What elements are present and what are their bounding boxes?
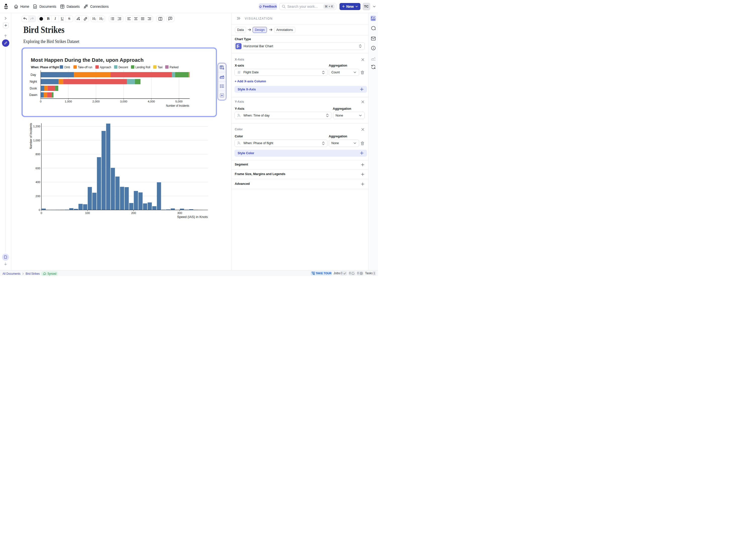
svg-text:When: Phase of flight: When: Phase of flight xyxy=(31,65,59,69)
svg-text:Approach: Approach xyxy=(100,65,111,69)
svg-text:Take-off run: Take-off run xyxy=(78,65,92,69)
svg-text:3,000: 3,000 xyxy=(120,100,127,103)
svg-text:100: 100 xyxy=(85,212,90,215)
svg-text:Taxi: Taxi xyxy=(157,65,163,69)
svg-text:400: 400 xyxy=(35,180,40,183)
svg-text:Night: Night xyxy=(29,80,37,84)
svg-text:Descent: Descent xyxy=(118,65,128,69)
svg-text:Number of Incidents: Number of Incidents xyxy=(166,104,189,107)
svg-text:5,000: 5,000 xyxy=(175,100,183,103)
svg-text:Dusk: Dusk xyxy=(30,87,37,90)
svg-text:0: 0 xyxy=(40,212,42,215)
svg-text:Dawn: Dawn xyxy=(29,93,37,97)
svg-text:0: 0 xyxy=(40,100,41,103)
svg-text:4,000: 4,000 xyxy=(147,100,155,103)
svg-text:Landing Roll: Landing Roll xyxy=(135,65,150,69)
svg-text:1,000: 1,000 xyxy=(33,139,40,142)
svg-text:Speed (IAS) in Knots: Speed (IAS) in Knots xyxy=(177,215,208,219)
svg-text:Climb: Climb xyxy=(64,65,70,69)
svg-text:2,000: 2,000 xyxy=(92,100,100,103)
svg-text:600: 600 xyxy=(35,167,40,170)
svg-text:Day: Day xyxy=(30,73,36,76)
svg-text:800: 800 xyxy=(35,153,40,156)
svg-text:0: 0 xyxy=(39,209,40,212)
svg-text:1,200: 1,200 xyxy=(33,125,40,128)
svg-text:1,000: 1,000 xyxy=(65,100,72,103)
svg-text:200: 200 xyxy=(35,194,40,198)
svg-text:Parked: Parked xyxy=(170,65,178,69)
svg-text:Number of Incidents: Number of Incidents xyxy=(29,123,33,149)
svg-text:300: 300 xyxy=(177,212,182,215)
svg-text:200: 200 xyxy=(131,212,136,215)
